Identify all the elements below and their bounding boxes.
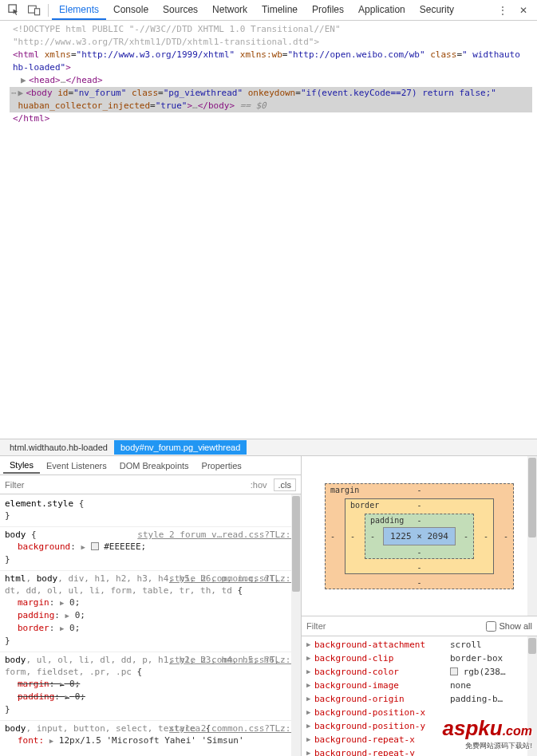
tab-application[interactable]: Application [351, 1, 413, 20]
doctype-line[interactable]: <!DOCTYPE html PUBLIC "-//W3C//DTD XHTML… [10, 23, 532, 49]
toolbar-separator [48, 4, 49, 17]
rule-font[interactable]: style 2 common.css?TLz:1 body, input, bu… [0, 721, 301, 752]
subtab-styles[interactable]: Styles [3, 458, 40, 474]
computed-row[interactable]: ▶background-position-x [302, 706, 537, 719]
rule-source-link[interactable]: style 2 forum v…read.css?TLz:1 [137, 529, 296, 541]
tab-profiles[interactable]: Profiles [305, 1, 351, 20]
margin-label: margin [330, 486, 359, 494]
crumb-html[interactable]: html.widthauto.hb-loaded [3, 440, 114, 455]
border-label: border [350, 501, 379, 510]
computed-filter-input[interactable] [306, 621, 486, 631]
content-size: 1225 × 2094 [383, 527, 456, 545]
head-line[interactable]: ▶<head>…</head> [10, 74, 532, 87]
breadcrumb: html.widthauto.hb-loaded body#nv_forum.p… [0, 439, 537, 456]
device-toggle-icon[interactable] [24, 1, 45, 20]
styles-panel: Styles Event Listeners DOM Breakpoints P… [0, 456, 302, 756]
tab-security[interactable]: Security [413, 1, 461, 20]
crumb-body[interactable]: body#nv_forum.pg_viewthread [114, 440, 247, 455]
rule-reset[interactable]: style 2 common.css?TLz:1 html, body, div… [0, 571, 301, 652]
devtools-toolbar: Elements Console Sources Network Timelin… [0, 0, 537, 21]
rule-source-link[interactable]: style 2 common.css?TLz:1 [169, 573, 296, 585]
tab-timeline[interactable]: Timeline [255, 1, 305, 20]
styles-rules[interactable]: element.style {} style 2 forum v…read.cs… [0, 494, 301, 756]
computed-row[interactable]: ▶background-clipborder-box [302, 652, 537, 665]
rule-source-link[interactable]: style 2 common.css?TLz:1 [169, 723, 296, 734]
computed-row[interactable]: ▶background-repeat-x [302, 733, 537, 746]
padding-label: padding [370, 516, 404, 525]
tab-sources[interactable]: Sources [156, 1, 205, 20]
cls-toggle[interactable]: .cls [274, 478, 297, 491]
boxmodel-scrollbar[interactable] [527, 456, 537, 616]
tab-elements[interactable]: Elements [52, 1, 106, 20]
styles-filter-input[interactable] [5, 480, 251, 490]
styles-subtabs: Styles Event Listeners DOM Breakpoints P… [0, 456, 301, 475]
svg-rect-2 [34, 8, 39, 14]
body-line-selected[interactable]: ⋯ ▶<body id="nv_forum" class="pg_viewthr… [10, 87, 532, 112]
computed-row[interactable]: ▶background-position-y [302, 719, 537, 733]
computed-row[interactable]: ▶background-originpadding-b… [302, 692, 537, 706]
box-model[interactable]: margin - - - - border - - - - padding - … [302, 456, 537, 616]
styles-scrollbar[interactable] [291, 494, 301, 756]
styles-filter-row: :hov .cls [0, 475, 301, 494]
html-close[interactable]: </html> [10, 112, 532, 125]
rule-element-style[interactable]: element.style {} [0, 496, 301, 527]
computed-row[interactable]: ▶background-imagenone [302, 679, 537, 692]
lower-panel: Styles Event Listeners DOM Breakpoints P… [0, 456, 537, 756]
computed-panel: margin - - - - border - - - - padding - … [302, 456, 537, 756]
computed-properties[interactable]: ▶background-attachmentscroll ▶background… [302, 636, 537, 756]
rule-struck[interactable]: style 2 common.css?TLz:1 body, ul, ol, l… [0, 652, 301, 721]
rule-source-link[interactable]: style 2 common.css?TLz:1 [169, 654, 296, 666]
more-icon[interactable]: ⋮ [492, 1, 513, 20]
panel-tabs: Elements Console Sources Network Timelin… [52, 1, 492, 20]
rule-body-bg[interactable]: style 2 forum v…read.css?TLz:1 body { ba… [0, 527, 301, 571]
subtab-properties[interactable]: Properties [195, 459, 248, 473]
hov-toggle[interactable]: :hov [251, 480, 267, 490]
close-icon[interactable]: ✕ [513, 1, 534, 20]
tab-network[interactable]: Network [205, 1, 255, 20]
html-open[interactable]: <html xmlns="http://www.w3.org/1999/xhtm… [10, 49, 532, 74]
computed-filter-row: Show all [302, 616, 537, 636]
inspect-icon[interactable] [3, 1, 24, 20]
subtab-dombreakpoints[interactable]: DOM Breakpoints [113, 459, 195, 473]
show-all-checkbox[interactable]: Show all [486, 621, 532, 632]
dom-tree[interactable]: <!DOCTYPE html PUBLIC "-//W3C//DTD XHTML… [0, 21, 537, 439]
subtab-eventlisteners[interactable]: Event Listeners [40, 459, 113, 473]
computed-scrollbar[interactable] [527, 636, 537, 756]
tab-console[interactable]: Console [106, 1, 156, 20]
computed-row[interactable]: ▶background-attachmentscroll [302, 638, 537, 652]
computed-row[interactable]: ▶background-color rgb(238… [302, 665, 537, 679]
computed-row[interactable]: ▶background-repeat-y [302, 746, 537, 756]
